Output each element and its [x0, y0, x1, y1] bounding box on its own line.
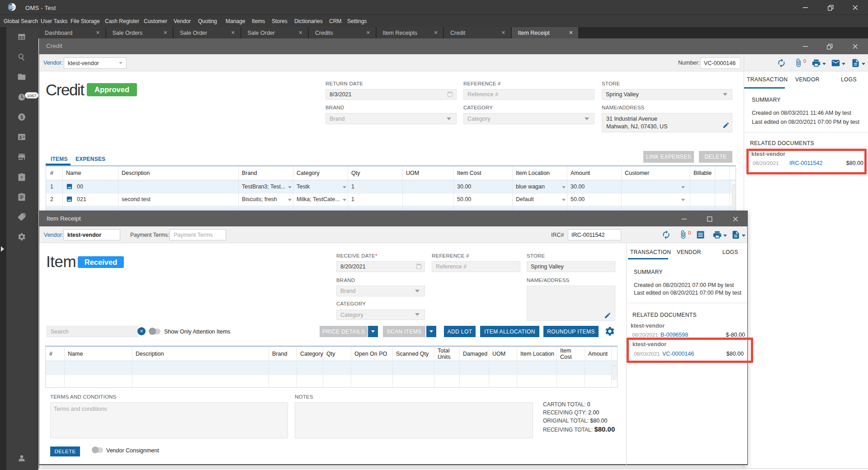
svg-text:?: ? [20, 175, 23, 180]
svg-text:$: $ [20, 114, 23, 120]
